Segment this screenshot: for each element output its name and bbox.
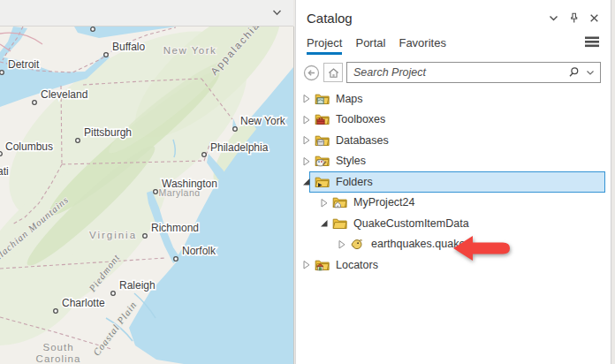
tree-item-label: Locators: [336, 259, 378, 271]
svg-text:Pittsburgh: Pittsburgh: [84, 126, 132, 139]
expand-collapsed-icon[interactable]: [318, 197, 330, 209]
svg-text:Columbus: Columbus: [5, 140, 53, 153]
tree-item-toolboxes[interactable]: Toolboxes: [296, 110, 611, 131]
tree-item-label: Toolboxes: [336, 113, 385, 125]
expand-collapsed-icon[interactable]: [300, 93, 312, 104]
ribbon-collapsed-strip: [0, 0, 293, 27]
folder-project-home-icon: [332, 195, 347, 209]
state-label: New York: [163, 45, 217, 56]
search-icon[interactable]: [567, 66, 580, 79]
hamburger-menu-icon: [584, 35, 600, 49]
folder-plain-icon: [332, 216, 347, 231]
pane-pin-button[interactable]: [567, 11, 580, 24]
chevron-down-icon[interactable]: [271, 7, 283, 19]
tree-item-quakecustomitemdata[interactable]: QuakeCustomItemData: [296, 213, 611, 234]
search-input[interactable]: [346, 62, 601, 83]
tab-portal[interactable]: Portal: [355, 36, 385, 55]
svg-text:Raleigh: Raleigh: [119, 279, 156, 292]
state-label: Carolina: [36, 353, 81, 364]
tree-item-styles[interactable]: Styles: [296, 151, 611, 172]
svg-text:Richmond: Richmond: [151, 222, 199, 234]
catalog-pane: Catalog Project Portal Favorite: [295, 0, 611, 364]
arrow-left-circle-icon: [303, 64, 320, 81]
back-button[interactable]: [303, 64, 320, 81]
folder-toolboxes-icon: [315, 112, 330, 126]
basemap: Appalachian Appalachian Mountains Piedmo…: [0, 27, 293, 364]
expand-expanded-icon[interactable]: [318, 217, 330, 229]
tree-item-label: Styles: [336, 155, 366, 167]
svg-text:Norfolk: Norfolk: [182, 245, 216, 257]
expand-collapsed-icon[interactable]: [300, 155, 312, 167]
folder-styles-icon: [315, 154, 330, 168]
svg-text:New York: New York: [240, 115, 286, 127]
catalog-tabs: Project Portal Favorites: [296, 28, 611, 55]
folder-locators-icon: [315, 258, 330, 272]
pane-menu-button[interactable]: [584, 35, 600, 52]
tree-item-label: Folders: [336, 176, 373, 188]
expand-collapsed-icon[interactable]: [300, 259, 312, 270]
expand-collapsed-icon[interactable]: [300, 134, 312, 146]
tree-item-maps[interactable]: Maps: [296, 88, 611, 110]
state-label: Virginia: [89, 230, 137, 240]
chevron-down-icon: [548, 12, 559, 24]
tree-item-label: Databases: [336, 134, 389, 147]
tree-item-folders[interactable]: Folders: [296, 171, 611, 193]
svg-text:Detroit: Detroit: [8, 58, 40, 71]
tab-project[interactable]: Project: [307, 36, 342, 55]
tree-item-databases[interactable]: Databases: [296, 130, 611, 151]
catalog-pane-header: Catalog: [296, 0, 611, 28]
tree-item-label: MyProject24: [353, 196, 414, 209]
expand-collapsed-icon[interactable]: [300, 114, 312, 125]
map-view[interactable]: Appalachian Appalachian Mountains Piedmo…: [0, 27, 294, 364]
svg-text:ati: ati: [0, 165, 9, 178]
catalog-search-row: [303, 62, 601, 83]
pane-collapse-button[interactable]: [547, 11, 559, 24]
svg-text:Philadelphia: Philadelphia: [210, 141, 269, 154]
tab-favorites[interactable]: Favorites: [399, 36, 445, 55]
pane-close-button[interactable]: [588, 11, 600, 24]
expand-expanded-icon[interactable]: [300, 176, 312, 187]
tree-item-label: QuakeCustomItemData: [353, 217, 469, 230]
expand-collapsed-icon[interactable]: [336, 239, 347, 250]
svg-text:Charlotte: Charlotte: [62, 297, 105, 309]
svg-text:Buffalo: Buffalo: [112, 41, 145, 53]
tree-item-myproject24[interactable]: MyProject24: [296, 193, 611, 214]
folder-folders-icon: [315, 175, 330, 189]
close-icon: [588, 12, 600, 24]
svg-text:Cleveland: Cleveland: [41, 88, 87, 101]
red-arrow-annotation: [452, 234, 512, 262]
search-box: [346, 62, 601, 83]
pin-icon: [568, 12, 580, 24]
state-label: South: [42, 342, 73, 353]
quake-custom-item-icon: [350, 237, 365, 251]
folder-maps-icon: [315, 92, 330, 106]
pane-title: Catalog: [307, 11, 547, 26]
svg-text:Washington: Washington: [162, 178, 217, 190]
search-dropdown-chevron-icon[interactable]: [586, 69, 595, 77]
tree-item-label: Maps: [336, 93, 363, 105]
folder-databases-icon: [315, 133, 330, 148]
home-icon: [327, 66, 340, 80]
home-button[interactable]: [323, 63, 343, 82]
